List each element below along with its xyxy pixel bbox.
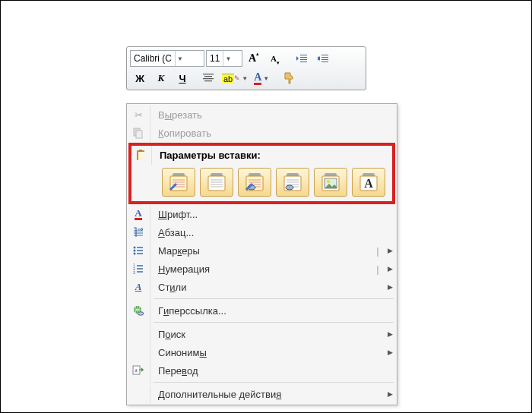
font-size-value: 11 bbox=[207, 52, 223, 65]
paste-options-header: Параметры вставки: bbox=[152, 146, 392, 165]
chevron-down-icon: ▼ bbox=[223, 51, 233, 66]
increase-indent-button[interactable] bbox=[314, 50, 334, 67]
menu-item-bullets[interactable]: Маркеры | ▶ bbox=[127, 241, 397, 260]
submenu-arrow-icon: ▶ bbox=[383, 348, 397, 356]
svg-rect-1 bbox=[136, 131, 142, 138]
highlight-button[interactable]: ab ✎ ▼ bbox=[220, 70, 250, 87]
grow-font-button[interactable]: A ▴ bbox=[244, 50, 264, 67]
paste-option-link-data[interactable] bbox=[276, 168, 309, 197]
menu-item-paragraph[interactable]: Абзац... bbox=[127, 223, 397, 241]
svg-text:A: A bbox=[364, 177, 373, 190]
copy-icon bbox=[132, 127, 144, 139]
font-name-value: Calibri (С bbox=[131, 52, 175, 65]
svg-point-29 bbox=[138, 312, 144, 315]
submenu-arrow-icon: ▶ bbox=[383, 265, 397, 273]
menu-item-hyperlink[interactable]: Гиперссылка... bbox=[127, 301, 397, 320]
shrink-font-button[interactable]: A ▾ bbox=[265, 50, 285, 67]
menu-item-font[interactable]: A Шрифт... bbox=[127, 205, 397, 223]
submenu-arrow-icon: ▶ bbox=[383, 390, 397, 398]
bullets-icon bbox=[132, 244, 144, 257]
clipboard-icon bbox=[135, 150, 147, 162]
paste-option-keep-source-formatting[interactable] bbox=[162, 168, 195, 197]
hyperlink-icon bbox=[132, 304, 144, 317]
mini-toolbar: Calibri (С ▼ 11 ▼ A ▴ A ▾ bbox=[126, 46, 366, 90]
paste-option-merge-formatting[interactable] bbox=[200, 168, 233, 197]
font-size-dropdown[interactable]: 11 ▼ bbox=[206, 50, 242, 67]
underline-button[interactable]: Ч bbox=[173, 70, 192, 87]
svg-point-23 bbox=[134, 250, 136, 252]
paste-option-use-destination-styles[interactable] bbox=[238, 168, 271, 197]
paste-options-block: Параметры вставки: A bbox=[128, 143, 395, 204]
svg-point-24 bbox=[134, 253, 136, 255]
font-name-dropdown[interactable]: Calibri (С ▼ bbox=[130, 50, 204, 67]
svg-point-14 bbox=[286, 185, 293, 190]
svg-point-18 bbox=[327, 180, 330, 183]
paste-option-keep-text-only[interactable]: A bbox=[352, 168, 385, 197]
format-painter-button[interactable] bbox=[279, 70, 299, 87]
svg-rect-4 bbox=[139, 150, 142, 152]
menu-item-cut: ✂ Вырезать bbox=[127, 106, 397, 124]
font-color-button[interactable]: A ▼ bbox=[252, 70, 271, 87]
italic-button[interactable]: К bbox=[151, 70, 171, 87]
scissors-icon: ✂ bbox=[135, 109, 143, 121]
styles-icon: A bbox=[135, 281, 142, 293]
svg-rect-8 bbox=[208, 176, 225, 191]
paste-option-picture[interactable] bbox=[314, 168, 347, 197]
numbering-icon: 123 bbox=[132, 263, 144, 275]
translate-icon: a bbox=[132, 364, 144, 377]
submenu-arrow-icon: ▶ bbox=[383, 247, 397, 254]
paragraph-icon bbox=[132, 226, 144, 238]
svg-text:a: a bbox=[135, 367, 138, 374]
submenu-arrow-icon: ▶ bbox=[383, 283, 397, 291]
menu-item-find[interactable]: Поиск ▶ bbox=[127, 325, 397, 343]
menu-item-styles[interactable]: A Стили ▶ bbox=[127, 278, 397, 296]
menu-item-translate[interactable]: a Перевод bbox=[127, 361, 397, 380]
menu-item-synonyms[interactable]: Синонимы ▶ bbox=[127, 343, 397, 361]
align-center-button[interactable] bbox=[198, 70, 218, 87]
svg-rect-3 bbox=[138, 152, 144, 160]
submenu-arrow-icon: ▶ bbox=[383, 330, 397, 338]
bold-button[interactable]: Ж bbox=[130, 70, 150, 87]
font-a-icon: A bbox=[135, 208, 141, 220]
menu-item-more-actions[interactable]: Дополнительные действия ▶ bbox=[127, 385, 397, 403]
menu-item-numbering[interactable]: 123 Нумерация | ▶ bbox=[127, 260, 397, 278]
menu-item-copy: Копировать bbox=[127, 124, 397, 142]
svg-point-22 bbox=[134, 247, 136, 249]
svg-text:3: 3 bbox=[133, 270, 135, 275]
decrease-indent-button[interactable] bbox=[293, 50, 312, 67]
chevron-down-icon: ▼ bbox=[175, 51, 185, 66]
context-menu: ✂ Вырезать Копировать Параметры вставки: bbox=[126, 103, 397, 405]
